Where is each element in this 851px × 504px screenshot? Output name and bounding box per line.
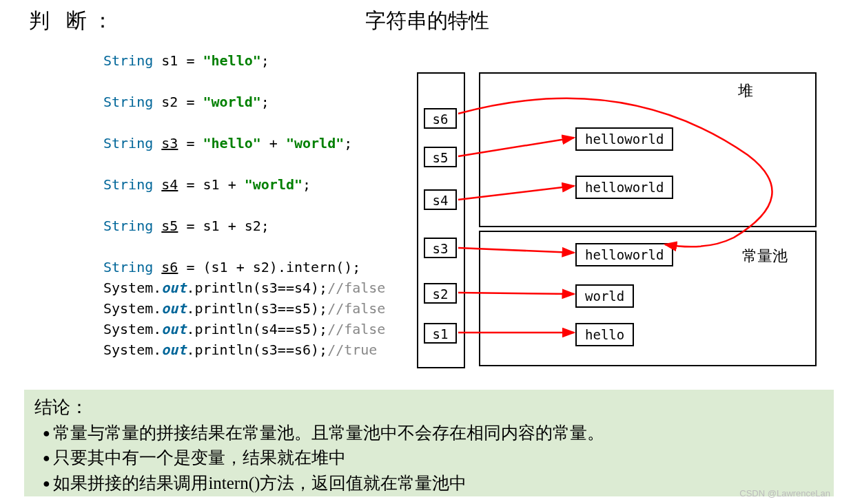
code-kw: String — [103, 94, 153, 110]
heap-helloworld-2: helloworld — [575, 176, 673, 199]
code-text — [153, 218, 161, 234]
code-text: .println(s3==s5); — [186, 300, 327, 317]
pool-hello: hello — [575, 323, 634, 346]
code-str: "world" — [286, 135, 344, 151]
watermark: CSDN @LawrenceLan — [739, 488, 830, 498]
code-text: = s1 + — [178, 176, 244, 193]
code-text: System. — [103, 321, 161, 337]
code-text: ; — [344, 135, 352, 151]
judge-label: 判 断： — [29, 7, 119, 35]
code-text: System. — [103, 342, 161, 358]
code-text: .println(s3==s6); — [186, 342, 327, 358]
stack-s6: s6 — [424, 108, 457, 129]
stack-s3: s3 — [424, 238, 457, 258]
memory-diagram: 堆 常量池 s6 s5 s4 s3 s2 s1 helloworld hello… — [417, 72, 820, 375]
code-var: s4 — [161, 176, 178, 193]
code-text: .println(s3==s4); — [186, 280, 327, 296]
code-text — [153, 176, 161, 193]
code-kw: String — [103, 176, 153, 193]
code-comment: //false — [327, 300, 385, 317]
code-column: String s1 = "hello"; String s2 = "world"… — [28, 48, 413, 361]
pool-helloworld: helloworld — [575, 243, 673, 266]
code-str: "world" — [245, 176, 303, 193]
code-text: + — [261, 135, 286, 151]
code-str: "hello" — [203, 135, 261, 151]
code-out: out — [161, 342, 186, 358]
conclusion-title: 结论： — [34, 395, 823, 419]
code-text: ; — [303, 176, 311, 193]
code-out: out — [161, 321, 186, 337]
code-comment: //false — [327, 280, 385, 296]
stack-s2: s2 — [424, 283, 457, 304]
conclusion-item: 常量与常量的拼接结果在常量池。且常量池中不会存在相同内容的常量。 — [43, 421, 823, 445]
code-text: = s1 + s2; — [178, 218, 269, 234]
code-str: "world" — [203, 94, 261, 110]
code-var: s3 — [161, 135, 178, 151]
code-text: s1 = — [153, 52, 203, 69]
code-var: s6 — [161, 259, 178, 275]
code-text: System. — [103, 300, 161, 317]
conclusion-list: 常量与常量的拼接结果在常量池。且常量池中不会存在相同内容的常量。 只要其中有一个… — [34, 421, 823, 496]
heap-helloworld-1: helloworld — [575, 127, 673, 151]
code-text: ; — [261, 94, 269, 110]
code-out: out — [161, 280, 186, 296]
code-kw: String — [103, 259, 153, 275]
code-var: s5 — [161, 218, 178, 234]
code-str: "hello" — [203, 52, 261, 69]
code-comment: //false — [327, 321, 385, 337]
code-text — [153, 259, 161, 275]
page-title: 字符串的特性 — [365, 7, 489, 35]
conclusion-box: 结论： 常量与常量的拼接结果在常量池。且常量池中不会存在相同内容的常量。 只要其… — [24, 390, 834, 496]
code-comment: //true — [327, 342, 377, 358]
code-text: ; — [261, 52, 269, 69]
code-text: System. — [103, 280, 161, 296]
code-text — [153, 135, 161, 151]
pool-label: 常量池 — [742, 246, 788, 266]
conclusion-item: 如果拼接的结果调用intern()方法，返回值就在常量池中 — [43, 471, 823, 496]
stack-s5: s5 — [424, 147, 457, 167]
stack-s4: s4 — [424, 189, 457, 210]
code-kw: String — [103, 218, 153, 234]
code-text: = — [178, 135, 203, 151]
code-text: s2 = — [153, 94, 203, 110]
code-out: out — [161, 300, 186, 317]
code-block: String s1 = "hello"; String s2 = "world"… — [103, 51, 413, 359]
code-text: = (s1 + s2).intern(); — [178, 259, 360, 275]
conclusion-item: 只要其中有一个是变量，结果就在堆中 — [43, 445, 823, 470]
code-kw: String — [103, 135, 153, 151]
stack-s1: s1 — [424, 323, 457, 344]
code-text: .println(s4==s5); — [186, 321, 327, 337]
code-kw: String — [103, 52, 153, 69]
heap-label: 堆 — [738, 81, 753, 101]
pool-world: world — [575, 284, 634, 308]
